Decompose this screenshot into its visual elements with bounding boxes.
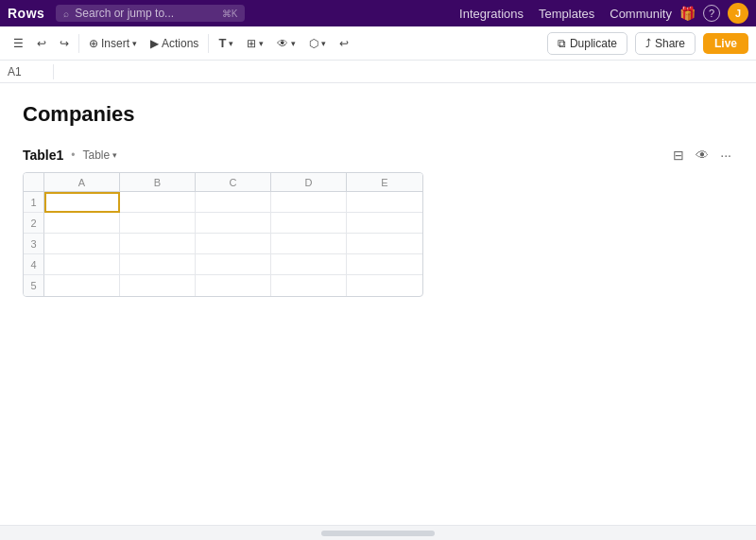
toolbar-divider-1 — [78, 34, 79, 53]
table-row: 1 — [24, 192, 422, 213]
col-header-c[interactable]: C — [196, 173, 271, 192]
cell-a5[interactable] — [44, 275, 120, 296]
undo-icon: ↩ — [37, 37, 46, 50]
toolbar-divider-2 — [208, 34, 209, 53]
visibility-icon: 👁 — [696, 148, 709, 163]
insert-label: Insert — [101, 37, 129, 50]
select-all-checkbox[interactable] — [24, 173, 43, 191]
cell-d2[interactable] — [271, 213, 347, 234]
toolbar: ☰ ↩ ↪ ⊕ Insert ▾ ▶ Actions T ▾ ⊞ ▾ 👁 ▾ ⬡… — [0, 26, 756, 61]
nav-community[interactable]: Community — [610, 7, 672, 21]
search-placeholder: Search or jump to... — [75, 7, 215, 20]
help-icon[interactable]: ? — [703, 5, 720, 22]
row-num-5: 5 — [24, 275, 44, 296]
cell-b4[interactable] — [120, 254, 196, 275]
redo-icon: ↪ — [60, 37, 69, 50]
nav-templates[interactable]: Templates — [539, 7, 594, 21]
table-type-selector[interactable]: Table ▾ — [83, 148, 118, 162]
insert-icon: ⊕ — [89, 37, 98, 50]
table-more-icon: ··· — [720, 148, 731, 163]
cell-c5[interactable] — [196, 275, 271, 296]
cell-a1[interactable] — [44, 192, 120, 213]
table-more-button[interactable]: ··· — [718, 146, 733, 165]
live-label: Live — [714, 37, 737, 50]
cell-d5[interactable] — [271, 275, 347, 296]
nav-icons: 🎁 ? J — [679, 3, 748, 24]
cell-e1[interactable] — [347, 192, 422, 213]
cell-d4[interactable] — [271, 254, 347, 275]
undo-button[interactable]: ↩ — [31, 34, 52, 53]
nav-integrations[interactable]: Integrations — [459, 7, 524, 21]
insert-button[interactable]: ⊕ Insert ▾ — [83, 34, 143, 53]
col-header-b[interactable]: B — [120, 173, 196, 192]
cell-c3[interactable] — [196, 234, 271, 254]
search-icon: ⌕ — [63, 9, 69, 19]
actions-button[interactable]: ▶ Actions — [145, 34, 204, 53]
table-type-label: Table — [83, 148, 111, 162]
table-actions: ⊟ 👁 ··· — [671, 146, 733, 165]
eye-button[interactable]: 👁 ▾ — [271, 34, 301, 53]
grid-button[interactable]: ⊞ ▾ — [241, 34, 269, 53]
cell-b1[interactable] — [120, 192, 196, 213]
sidebar-toggle-button[interactable]: ☰ — [8, 34, 29, 53]
col-header-a[interactable]: A — [44, 173, 120, 192]
col-header-e[interactable]: E — [347, 173, 422, 192]
cell-a4[interactable] — [44, 254, 120, 275]
chart-icon: ⬡ — [309, 37, 318, 50]
insert-chevron: ▾ — [132, 39, 137, 48]
table-name: Table1 — [23, 148, 63, 163]
cell-c1[interactable] — [196, 192, 271, 213]
row-num-3: 3 — [24, 234, 44, 254]
duplicate-button[interactable]: ⧉ Duplicate — [547, 32, 627, 55]
user-avatar[interactable]: J — [728, 3, 748, 24]
grid-icon: ⊞ — [247, 37, 256, 50]
cell-c2[interactable] — [196, 213, 271, 234]
cell-e2[interactable] — [347, 213, 422, 234]
text-format-button[interactable]: T ▾ — [213, 33, 239, 53]
sidebar-toggle-icon: ☰ — [13, 37, 24, 50]
table-row: 2 — [24, 213, 422, 234]
cell-b3[interactable] — [120, 234, 196, 254]
cell-e3[interactable] — [347, 234, 422, 254]
more-button[interactable]: ↩ — [334, 34, 354, 53]
chart-button[interactable]: ⬡ ▾ — [303, 34, 332, 53]
table-header: Table1 • Table ▾ ⊟ 👁 ··· — [23, 146, 733, 165]
table-row: 3 — [24, 234, 422, 254]
live-button[interactable]: Live — [703, 33, 748, 54]
table-dot: • — [71, 148, 75, 162]
cell-d3[interactable] — [271, 234, 347, 254]
cell-b5[interactable] — [120, 275, 196, 296]
text-chevron: ▾ — [229, 39, 233, 48]
duplicate-label: Duplicate — [570, 37, 617, 50]
gift-icon[interactable]: 🎁 — [679, 6, 696, 21]
search-box[interactable]: ⌕ Search or jump to... ⌘K — [56, 5, 245, 22]
col-header-d[interactable]: D — [271, 173, 347, 192]
duplicate-icon: ⧉ — [558, 37, 566, 50]
search-shortcut: ⌘K — [222, 9, 238, 19]
visibility-button[interactable]: 👁 — [694, 146, 711, 165]
cell-e4[interactable] — [347, 254, 422, 275]
cell-ref-bar: A1 — [0, 61, 756, 83]
more-icon: ↩ — [339, 37, 349, 50]
topbar: Rows ⌕ Search or jump to... ⌘K Integrati… — [0, 0, 756, 26]
page-title: Companies — [23, 102, 733, 127]
cellref-divider — [53, 64, 54, 79]
share-button[interactable]: ⤴ Share — [635, 32, 696, 55]
row-num-2: 2 — [24, 213, 44, 234]
cell-b2[interactable] — [120, 213, 196, 234]
row-num-4: 4 — [24, 254, 44, 275]
actions-label: Actions — [162, 37, 198, 50]
cell-reference: A1 — [8, 65, 45, 78]
cell-d1[interactable] — [271, 192, 347, 213]
redo-button[interactable]: ↪ — [54, 34, 75, 53]
table-type-chevron: ▾ — [112, 150, 117, 160]
filter-button[interactable]: ⊟ — [671, 146, 686, 165]
cell-a3[interactable] — [44, 234, 120, 254]
cell-a2[interactable] — [44, 213, 120, 234]
nav-links: Integrations Templates Community — [459, 7, 672, 21]
eye-icon: 👁 — [277, 37, 288, 50]
horizontal-scrollbar[interactable] — [321, 531, 435, 536]
cell-c4[interactable] — [196, 254, 271, 275]
share-icon: ⤴ — [645, 37, 651, 50]
cell-e5[interactable] — [347, 275, 422, 296]
